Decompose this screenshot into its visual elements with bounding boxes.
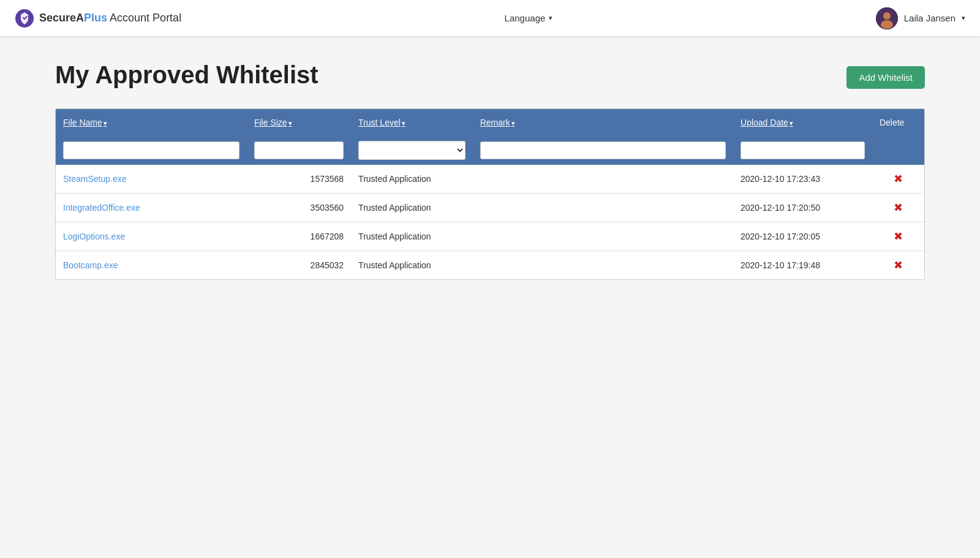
cell-uploaddate: 2020-12-10 17:20:50 bbox=[733, 194, 872, 222]
cell-remark bbox=[473, 251, 733, 280]
table-header-row: File Name▾ File Size▾ Trust Level▾ Remar… bbox=[56, 109, 924, 136]
cell-filesize: 1667208 bbox=[247, 222, 351, 251]
language-dropdown-icon: ▾ bbox=[549, 14, 552, 22]
cell-delete: ✖ bbox=[872, 222, 924, 251]
col-header-filesize: File Size▾ bbox=[247, 109, 351, 136]
col-header-delete: Delete bbox=[872, 109, 924, 136]
delete-button[interactable]: ✖ bbox=[880, 172, 917, 186]
svg-point-2 bbox=[883, 12, 891, 20]
table-filter-row: Trusted Application Trusted Installer Tr… bbox=[56, 136, 924, 165]
table-row: LogiOptions.exe1667208Trusted Applicatio… bbox=[56, 222, 924, 251]
cell-uploaddate: 2020-12-10 17:23:43 bbox=[733, 165, 872, 194]
cell-filesize: 2845032 bbox=[247, 251, 351, 280]
sort-remark-link[interactable]: Remark▾ bbox=[480, 118, 515, 127]
add-whitelist-button[interactable]: Add Whitelist bbox=[846, 66, 925, 89]
filter-remark-input[interactable] bbox=[480, 141, 726, 159]
cell-trustlevel: Trusted Application bbox=[351, 222, 473, 251]
svg-point-3 bbox=[881, 20, 893, 29]
sort-filename-icon: ▾ bbox=[104, 119, 107, 127]
user-dropdown-icon: ▾ bbox=[962, 14, 965, 22]
whitelist-table-container: File Name▾ File Size▾ Trust Level▾ Remar… bbox=[55, 108, 925, 280]
main-content: My Approved Whitelist Add Whitelist File… bbox=[31, 37, 949, 304]
cell-trustlevel: Trusted Application bbox=[351, 194, 473, 222]
sort-filename-link[interactable]: File Name▾ bbox=[63, 118, 107, 127]
col-header-trustlevel: Trust Level▾ bbox=[351, 109, 473, 136]
cell-delete: ✖ bbox=[872, 165, 924, 194]
filter-trustlevel-select[interactable]: Trusted Application Trusted Installer Tr… bbox=[358, 141, 466, 160]
cell-remark bbox=[473, 194, 733, 222]
table-body: SteamSetup.exe1573568Trusted Application… bbox=[56, 165, 924, 279]
sort-uploaddate-icon: ▾ bbox=[790, 119, 793, 127]
cell-filename: LogiOptions.exe bbox=[56, 222, 247, 251]
cell-uploaddate: 2020-12-10 17:19:48 bbox=[733, 251, 872, 280]
cell-delete: ✖ bbox=[872, 251, 924, 280]
user-menu[interactable]: Laila Jansen ▾ bbox=[876, 7, 965, 29]
cell-remark bbox=[473, 222, 733, 251]
cell-delete: ✖ bbox=[872, 194, 924, 222]
filter-filesize-input[interactable] bbox=[254, 141, 344, 159]
filename-link[interactable]: Bootcamp.exe bbox=[63, 260, 118, 270]
table-row: Bootcamp.exe2845032Trusted Application20… bbox=[56, 251, 924, 280]
cell-filesize: 3503560 bbox=[247, 194, 351, 222]
filter-trustlevel-cell: Trusted Application Trusted Installer Tr… bbox=[351, 136, 473, 165]
username: Laila Jansen bbox=[904, 13, 956, 23]
language-dropdown[interactable]: Language ▾ bbox=[505, 13, 553, 23]
avatar bbox=[876, 7, 898, 29]
brand-name: SecureAPlus Account Portal bbox=[39, 12, 181, 25]
delete-button[interactable]: ✖ bbox=[880, 258, 917, 272]
sort-filesize-link[interactable]: File Size▾ bbox=[254, 118, 292, 127]
filter-uploaddate-input[interactable] bbox=[741, 141, 865, 159]
whitelist-table: File Name▾ File Size▾ Trust Level▾ Remar… bbox=[56, 109, 924, 279]
table-row: IntegratedOffice.exe3503560Trusted Appli… bbox=[56, 194, 924, 222]
filter-uploaddate-cell bbox=[733, 136, 872, 165]
cell-filesize: 1573568 bbox=[247, 165, 351, 194]
cell-trustlevel: Trusted Application bbox=[351, 165, 473, 194]
filename-link[interactable]: LogiOptions.exe bbox=[63, 232, 125, 241]
filter-filename-input[interactable] bbox=[63, 141, 239, 159]
sort-trustlevel-icon: ▾ bbox=[402, 119, 405, 127]
filter-remark-cell bbox=[473, 136, 733, 165]
cell-filename: IntegratedOffice.exe bbox=[56, 194, 247, 222]
page-title: My Approved Whitelist bbox=[55, 61, 318, 89]
sort-remark-icon: ▾ bbox=[511, 119, 515, 127]
delete-button[interactable]: ✖ bbox=[880, 230, 917, 243]
delete-button[interactable]: ✖ bbox=[880, 201, 917, 214]
language-label: Language bbox=[505, 13, 546, 23]
col-header-filename: File Name▾ bbox=[56, 109, 247, 136]
sort-trustlevel-link[interactable]: Trust Level▾ bbox=[358, 118, 405, 127]
cell-trustlevel: Trusted Application bbox=[351, 251, 473, 280]
col-header-uploaddate: Upload Date▾ bbox=[733, 109, 872, 136]
brand: SecureAPlus Account Portal bbox=[15, 9, 181, 28]
col-header-remark: Remark▾ bbox=[473, 109, 733, 136]
filter-filename-cell bbox=[56, 136, 247, 165]
cell-filename: Bootcamp.exe bbox=[56, 251, 247, 280]
filename-link[interactable]: SteamSetup.exe bbox=[63, 174, 127, 184]
brand-logo-icon bbox=[15, 9, 34, 28]
filter-filesize-cell bbox=[247, 136, 351, 165]
filename-link[interactable]: IntegratedOffice.exe bbox=[63, 203, 140, 213]
sort-uploaddate-link[interactable]: Upload Date▾ bbox=[741, 118, 793, 127]
cell-remark bbox=[473, 165, 733, 194]
navbar: SecureAPlus Account Portal Language ▾ La… bbox=[0, 0, 980, 37]
sort-filesize-icon: ▾ bbox=[288, 119, 292, 127]
table-row: SteamSetup.exe1573568Trusted Application… bbox=[56, 165, 924, 194]
cell-uploaddate: 2020-12-10 17:20:05 bbox=[733, 222, 872, 251]
page-header: My Approved Whitelist Add Whitelist bbox=[55, 61, 925, 89]
cell-filename: SteamSetup.exe bbox=[56, 165, 247, 194]
filter-delete-cell bbox=[872, 136, 924, 165]
